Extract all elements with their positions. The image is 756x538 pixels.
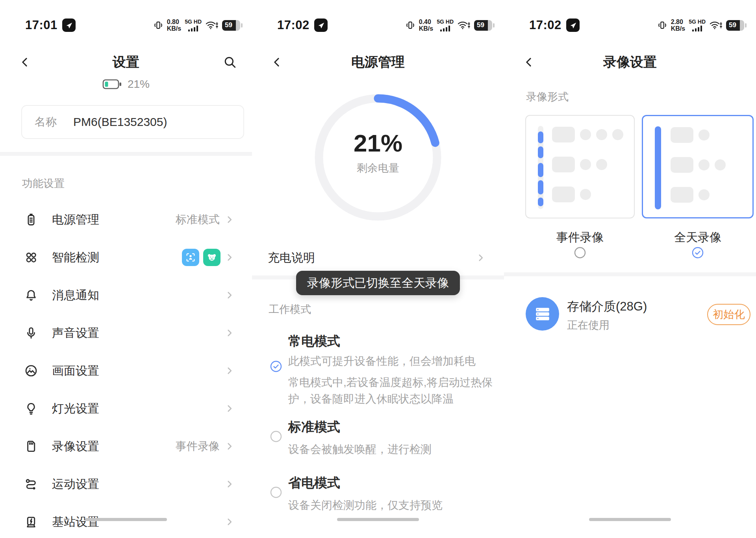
settings-item-light[interactable]: 灯光设置 <box>0 390 252 427</box>
item-label: 画面设置 <box>52 363 99 379</box>
clock-text: 17:01 <box>25 18 57 32</box>
screen-power-management: 17:02 0.40KB/s 5G HD <box>252 0 504 538</box>
mode-note: 常电模式中,若设备温度超标,将启动过热保护，设备随即进入休眠状态以降温 <box>288 374 503 407</box>
page-title: 电源管理 <box>252 50 504 74</box>
radio-unchecked-icon[interactable] <box>270 486 282 499</box>
sd-card-icon <box>24 439 39 454</box>
settings-item-motion[interactable]: 运动设置 <box>0 465 252 503</box>
settings-item-recording[interactable]: 录像设置 事件录像 <box>0 427 252 465</box>
battery-gauge: 21% 剩余电量 <box>313 92 443 222</box>
phone-battery-indicator: 59 <box>726 20 744 31</box>
screen-settings: 17:01 0.80KB/s 5G HD <box>0 0 252 538</box>
battery-percent-text: 21% <box>354 129 402 157</box>
record-mode-card-all-day[interactable] <box>642 115 754 218</box>
name-value: PM6(BE1352305) <box>73 115 167 129</box>
section-label: 工作模式 <box>269 302 311 316</box>
radio-unchecked-icon[interactable] <box>270 430 282 443</box>
status-bar: 17:01 0.80KB/s 5G HD <box>0 17 252 34</box>
section-label: 录像形式 <box>526 90 569 104</box>
settings-item-notifications[interactable]: 消息通知 <box>0 276 252 314</box>
initialize-button[interactable]: 初始化 <box>707 304 750 325</box>
phone-battery-indicator: 59 <box>222 20 240 31</box>
wifi-icon <box>205 20 219 30</box>
record-mode-card-event[interactable] <box>525 115 635 218</box>
storage-title: 存储介质(28G) <box>567 298 647 315</box>
chevron-right-icon <box>224 441 235 451</box>
all-day-timeline-graphic <box>655 126 661 209</box>
chevron-right-icon <box>224 366 235 376</box>
charging-info-row[interactable]: 充电说明 <box>252 244 504 272</box>
phone-battery-indicator: 59 <box>474 20 492 31</box>
item-label: 声音设置 <box>52 325 99 341</box>
clock-text: 17:02 <box>277 18 309 32</box>
settings-item-display[interactable]: 画面设置 <box>0 352 252 390</box>
item-value: 标准模式 <box>176 212 220 227</box>
work-mode-option-power-saving[interactable]: 省电模式 设备关闭检测功能，仅支持预览 <box>252 474 504 521</box>
battery-remaining-label: 剩余电量 <box>357 161 399 175</box>
settings-item-sound[interactable]: 声音设置 <box>0 314 252 352</box>
search-button[interactable] <box>221 54 239 71</box>
item-value: 事件录像 <box>176 439 220 454</box>
page-title: 设置 <box>0 50 252 74</box>
cellular-signal: 5G HD <box>437 19 454 31</box>
home-indicator[interactable] <box>337 518 419 521</box>
page-title: 录像设置 <box>504 50 756 74</box>
device-battery-row: 21% <box>0 78 252 91</box>
item-label: 智能检测 <box>52 250 99 266</box>
section-divider <box>0 152 252 156</box>
chevron-right-icon <box>224 403 235 414</box>
work-mode-option-standard[interactable]: 标准模式 设备会被触发唤醒，进行检测 <box>252 418 504 466</box>
cellular-signal: 5G HD <box>689 19 706 31</box>
picture-icon <box>24 363 39 378</box>
radio-checked-icon[interactable] <box>691 246 704 259</box>
settings-item-power-management[interactable]: 电源管理 标准模式 <box>0 201 252 238</box>
settings-item-smart-detection[interactable]: 智能检测 <box>0 238 252 276</box>
item-label: 运动设置 <box>52 476 99 492</box>
chevron-right-icon <box>476 253 486 263</box>
section-label: 功能设置 <box>22 176 65 190</box>
section-divider <box>504 272 756 276</box>
settings-list: 电源管理 标准模式 智能检测 <box>0 201 252 538</box>
charging-info-label: 充电说明 <box>268 250 315 266</box>
radio-checked-icon[interactable] <box>270 360 282 373</box>
mode-description: 设备会被触发唤醒，进行检测 <box>288 441 503 458</box>
work-mode-option-always-on[interactable]: 常电模式 此模式可提升设备性能，但会增加耗电 常电模式中,若设备温度超标,将启动… <box>252 333 504 415</box>
clock-text: 17:02 <box>529 18 561 32</box>
record-mode-label-event: 事件录像 <box>525 229 635 246</box>
smart-detection-icon <box>24 250 39 265</box>
messenger-app-icon <box>566 18 580 32</box>
mode-description: 设备关闭检测功能，仅支持预览 <box>288 497 503 514</box>
device-battery-icon <box>102 78 122 90</box>
item-label: 灯光设置 <box>52 401 99 417</box>
triple-screenshot-canvas: 17:01 0.80KB/s 5G HD <box>0 0 756 538</box>
motion-path-icon <box>24 477 39 492</box>
search-icon <box>223 55 237 69</box>
event-timeline-graphic <box>538 126 543 209</box>
signal-bars-icon <box>440 25 451 31</box>
item-label: 消息通知 <box>52 287 99 303</box>
vibrate-icon <box>405 20 415 30</box>
chevron-right-icon <box>224 328 235 338</box>
item-label: 电源管理 <box>52 212 99 228</box>
home-indicator[interactable] <box>85 518 167 521</box>
screen-recording-settings: 17:02 2.80KB/s 5G HD <box>504 0 756 538</box>
mode-description: 此模式可提升设备性能，但会增加耗电 <box>288 353 503 370</box>
home-indicator[interactable] <box>589 518 671 521</box>
power-management-icon <box>24 212 39 227</box>
radio-unchecked-icon[interactable] <box>574 246 586 259</box>
chevron-right-icon <box>224 290 235 300</box>
vibrate-icon <box>657 20 667 30</box>
wifi-icon <box>457 20 471 30</box>
wifi-icon <box>709 20 723 30</box>
device-battery-percent: 21% <box>128 78 150 91</box>
storage-media-icon <box>526 297 559 331</box>
device-name-field[interactable]: 名称 PM6(BE1352305) <box>21 105 244 139</box>
microphone-icon <box>24 325 39 340</box>
status-bar: 17:02 0.40KB/s 5G HD <box>252 17 504 34</box>
chevron-right-icon <box>224 517 235 527</box>
messenger-app-icon <box>62 18 76 32</box>
storage-status: 正在使用 <box>567 318 610 332</box>
chevron-right-icon <box>224 252 235 263</box>
name-label: 名称 <box>35 115 57 129</box>
chevron-right-icon <box>224 214 235 225</box>
